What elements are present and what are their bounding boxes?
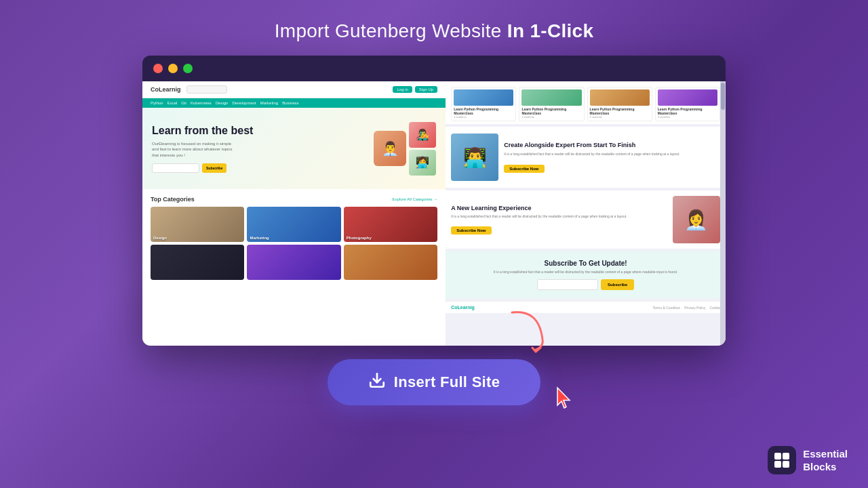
site-signup-btn[interactable]: Sign Up xyxy=(415,86,437,93)
site-navbar: CoLearnig Log in Sign Up xyxy=(142,81,446,98)
course-title-2: Learn Python Programming Masterclass xyxy=(521,107,581,115)
svg-rect-2 xyxy=(783,453,789,460)
page-title: Import Gutenberg Website In 1-Click xyxy=(275,20,594,42)
site-hero: Learn from the best OurElearning is focu… xyxy=(142,108,446,189)
browser-titlebar xyxy=(142,56,726,81)
svg-rect-4 xyxy=(783,461,789,468)
expert-desc: It is a long established fact that a rea… xyxy=(504,152,720,157)
hero-form: Subscribe xyxy=(152,163,374,173)
learning-image: 👩‍💼 xyxy=(673,196,720,243)
scrollbar-thumb xyxy=(721,83,725,110)
learning-text: A New Learning Experience It is a long e… xyxy=(451,205,667,235)
learning-title: A New Learning Experience xyxy=(451,205,667,213)
course-meta-4: 2 students xyxy=(658,115,717,119)
cat-label-design: Design xyxy=(153,236,167,240)
cat-python[interactable]: Python xyxy=(151,101,163,105)
course-meta-1: 2 students xyxy=(454,115,513,119)
cats-grid: Design Marketing Photography xyxy=(151,207,437,280)
site-login-btn[interactable]: Log in xyxy=(393,86,412,93)
course-cards-row: Learn Python Programming Masterclass 2 s… xyxy=(446,81,726,124)
cats-explore-link[interactable]: Explore All Categories → xyxy=(392,197,437,201)
right-site-panel: Learn Python Programming Masterclass 2 s… xyxy=(446,81,726,346)
expert-cta-btn[interactable]: Subscribe Now xyxy=(504,165,544,173)
eb-brand-text: Essential Blocks xyxy=(803,447,848,474)
learning-section: A New Learning Experience It is a long e… xyxy=(446,190,726,249)
subscribe-btn[interactable]: Subscribe xyxy=(601,279,634,290)
svg-rect-3 xyxy=(774,461,781,468)
cat-card-4[interactable] xyxy=(151,245,244,280)
site-search-bar[interactable] xyxy=(186,85,227,94)
cat-business[interactable]: Business xyxy=(282,101,298,105)
site-logo: CoLearnig xyxy=(151,86,181,93)
course-card-2[interactable]: Learn Python Programming Masterclass 2 s… xyxy=(519,87,584,121)
cat-card-marketing[interactable]: Marketing xyxy=(247,207,340,242)
hero-images: 👨‍💼 👨‍🎤 👩‍💻 xyxy=(374,122,436,176)
window-minimize-dot[interactable] xyxy=(168,64,178,73)
course-card-1[interactable]: Learn Python Programming Masterclass 2 s… xyxy=(451,87,516,121)
left-site-panel: CoLearnig Log in Sign Up Python Excel Gi… xyxy=(142,81,446,346)
cat-card-5[interactable] xyxy=(247,245,340,280)
cat-design[interactable]: Design xyxy=(216,101,229,105)
subscribe-email-input[interactable] xyxy=(537,279,598,290)
hero-email-input[interactable] xyxy=(152,163,199,173)
cat-card-design[interactable]: Design xyxy=(151,207,244,242)
cat-kubernetes[interactable]: Kubernetes xyxy=(191,101,212,105)
hero-text: Learn from the best OurElearning is focu… xyxy=(152,124,374,173)
insert-full-site-button[interactable]: Insert Full Site xyxy=(328,359,540,405)
course-img-3 xyxy=(590,89,650,106)
course-meta-3: 2 students xyxy=(590,115,650,119)
cats-title: Top Categories xyxy=(151,196,195,203)
insert-label: Insert Full Site xyxy=(394,373,500,391)
learning-cta-btn[interactable]: Subscribe Now xyxy=(451,226,491,235)
scrollbar[interactable] xyxy=(720,81,726,346)
site-categories-bar: Python Excel Git Kubernetes Design Devel… xyxy=(142,98,446,108)
cat-excel[interactable]: Excel xyxy=(167,101,178,105)
cat-card-6[interactable] xyxy=(344,245,437,280)
course-card-3[interactable]: Learn Python Programming Masterclass 2 s… xyxy=(587,87,652,121)
site-top-categories: Top Categories Explore All Categories → … xyxy=(142,189,446,287)
footer-cookie[interactable]: Cookie xyxy=(709,306,720,310)
learning-desc: It is a long established fact that a rea… xyxy=(451,214,667,219)
footer-logo: CoLearnig xyxy=(451,305,475,310)
insert-icon xyxy=(368,371,386,393)
hero-subtitle: OurElearning is focused on making it sim… xyxy=(152,141,233,158)
expert-title: Create Alongside Expert From Start To Fi… xyxy=(504,142,720,150)
course-img-4 xyxy=(658,89,717,106)
svg-rect-1 xyxy=(774,453,781,460)
subscribe-section: Subscribe To Get Update! It is a long es… xyxy=(446,251,726,298)
expert-content: Create Alongside Expert From Start To Fi… xyxy=(504,142,720,174)
course-title-3: Learn Python Programming Masterclass xyxy=(590,107,650,115)
subscribe-desc: It is a long established fact that a rea… xyxy=(451,270,720,274)
subscribe-form: Subscribe xyxy=(451,279,720,290)
site-nav-links: Log in Sign Up xyxy=(393,86,437,93)
cat-marketing[interactable]: Marketing xyxy=(260,101,278,105)
site-footer: CoLearnig Terms & Condition Privacy Poli… xyxy=(446,301,726,313)
course-meta-2: 2 students xyxy=(521,115,581,119)
cat-git[interactable]: Git xyxy=(181,101,186,105)
cats-header: Top Categories Explore All Categories → xyxy=(151,196,437,203)
cat-development[interactable]: Development xyxy=(232,101,256,105)
hero-title: Learn from the best xyxy=(152,124,374,137)
hero-image-3: 👩‍💻 xyxy=(409,150,436,176)
hero-image-2: 👨‍🎤 xyxy=(409,122,436,148)
cat-label-marketing: Marketing xyxy=(250,236,269,240)
course-img-2 xyxy=(521,89,581,106)
course-title-1: Learn Python Programming Masterclass xyxy=(454,107,513,115)
hero-image-1: 👨‍💼 xyxy=(374,131,406,166)
mouse-cursor xyxy=(555,386,576,412)
hero-image-stack: 👨‍🎤 👩‍💻 xyxy=(409,122,436,176)
footer-terms[interactable]: Terms & Condition xyxy=(652,306,680,310)
expert-section: 👨‍💻 Create Alongside Expert From Start T… xyxy=(446,127,726,188)
expert-image: 👨‍💻 xyxy=(451,134,498,181)
browser-content: CoLearnig Log in Sign Up Python Excel Gi… xyxy=(142,81,726,346)
hero-subscribe-btn[interactable]: Subscribe xyxy=(202,163,226,173)
course-card-4[interactable]: Learn Python Programming Masterclass 2 s… xyxy=(655,87,720,121)
eb-logo: Essential Blocks xyxy=(768,446,848,474)
window-close-dot[interactable] xyxy=(153,64,163,73)
footer-privacy[interactable]: Privacy Policy xyxy=(684,306,705,310)
window-maximize-dot[interactable] xyxy=(183,64,193,73)
cat-card-photography[interactable]: Photography xyxy=(344,207,437,242)
insert-button-area: Insert Full Site xyxy=(142,346,726,415)
course-title-4: Learn Python Programming Masterclass xyxy=(658,107,717,115)
cat-label-photography: Photography xyxy=(347,236,372,240)
